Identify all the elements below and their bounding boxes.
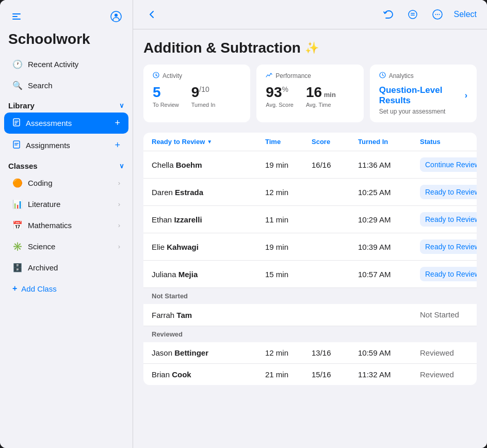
- sidebar-item-mathematics[interactable]: 📅 Mathematics ›: [4, 215, 128, 235]
- library-label: Library: [8, 101, 35, 110]
- status-badge-ready[interactable]: Ready to Review ›: [420, 267, 477, 281]
- svg-point-4: [115, 14, 118, 17]
- add-assignment-button[interactable]: +: [115, 140, 120, 151]
- turned-in-label: Turned In: [191, 102, 216, 108]
- science-icon: ✳️: [12, 242, 23, 251]
- svg-rect-10: [14, 143, 19, 144]
- sidebar-item-assignments[interactable]: Assignments +: [4, 135, 128, 156]
- add-class-button[interactable]: + Add Class: [4, 279, 128, 298]
- archived-label: Archived: [28, 263, 58, 272]
- sort-icon: ▼: [207, 139, 212, 145]
- student-name: Elie Kahwagi: [152, 243, 265, 251]
- svg-rect-11: [14, 145, 18, 146]
- page-title-text: Addition & Subtraction: [143, 40, 301, 56]
- cell-score: 15/16: [312, 370, 358, 379]
- status-badge-continue[interactable]: Continue Reviewing ›: [420, 157, 477, 172]
- cell-status[interactable]: Continue Reviewing ›: [420, 157, 477, 172]
- science-label: Science: [28, 242, 55, 251]
- svg-point-16: [435, 14, 436, 15]
- performance-card-icon: [266, 72, 272, 80]
- coding-icon: 🟠: [12, 178, 23, 188]
- cell-turned-in: 10:59 AM: [358, 348, 420, 357]
- library-chevron-icon: ∨: [119, 102, 124, 109]
- analytics-card-header: Analytics: [379, 72, 467, 80]
- sidebar-item-search[interactable]: 🔍 Search: [4, 75, 128, 95]
- assignments-icon: [12, 140, 21, 151]
- cell-time: 12 min: [265, 188, 312, 197]
- reviewed-status[interactable]: Reviewed ›: [420, 348, 477, 357]
- table-row[interactable]: Elie Kahwagi 19 min 10:39 AM Ready to Re…: [143, 233, 477, 261]
- status-badge-ready[interactable]: Ready to Review ›: [420, 212, 477, 227]
- to-review-metric: 5 To Review: [153, 85, 179, 108]
- cell-turned-in: 10:29 AM: [358, 215, 420, 224]
- toolbar: Select: [133, 0, 487, 29]
- table-row[interactable]: Brian Cook 21 min 15/16 11:32 AM Reviewe…: [143, 364, 477, 385]
- student-name: Juliana Mejia: [152, 270, 265, 279]
- sidebar-item-archived[interactable]: 🗄️ Archived: [4, 258, 128, 278]
- recent-activity-icon: 🕐: [12, 59, 23, 69]
- sidebar-toggle-button[interactable]: [8, 8, 25, 25]
- page-title: Addition & Subtraction ✨: [143, 40, 477, 56]
- col-score: Score: [312, 138, 358, 146]
- table-row[interactable]: Juliana Mejia 15 min 10:57 AM Ready to R…: [143, 261, 477, 288]
- cell-status[interactable]: Reviewed ›: [420, 370, 477, 379]
- turned-in-value: 9/10: [191, 85, 216, 100]
- svg-point-18: [439, 14, 440, 15]
- cell-status[interactable]: Ready to Review ›: [420, 212, 477, 227]
- reviewed-status[interactable]: Reviewed ›: [420, 370, 477, 379]
- col-time: Time: [265, 138, 312, 146]
- add-icon: +: [12, 284, 17, 293]
- mathematics-icon: 📅: [12, 220, 23, 230]
- main-layout: Schoolwork 🕐 Recent Activity 🔍 Search Li…: [0, 0, 487, 448]
- avg-score-label: Avg. Score: [266, 102, 294, 108]
- table-row[interactable]: Daren Estrada 12 min 10:25 AM Ready to R…: [143, 179, 477, 206]
- student-name: Chella Boehm: [152, 161, 265, 169]
- sidebar-item-literature[interactable]: 📊 Literature ›: [4, 194, 128, 214]
- undo-button[interactable]: [380, 6, 396, 23]
- cell-status[interactable]: Ready to Review ›: [420, 185, 477, 199]
- sidebar-item-science[interactable]: ✳️ Science ›: [4, 236, 128, 257]
- cell-status[interactable]: Ready to Review ›: [420, 267, 477, 281]
- table-header: Ready to Review ▼ Time Score Turned In S…: [143, 133, 477, 151]
- add-assessment-button[interactable]: +: [115, 118, 120, 129]
- activity-card: Activity 5 To Review 9/10 Tur: [143, 65, 250, 122]
- sidebar-item-recent-activity[interactable]: 🕐 Recent Activity: [4, 54, 128, 74]
- performance-card: Performance 93% Avg. Score: [256, 65, 363, 122]
- student-name: Daren Estrada: [152, 188, 265, 197]
- sidebar-item-coding[interactable]: 🟠 Coding ›: [4, 173, 128, 193]
- col-ready-to-review[interactable]: Ready to Review ▼: [152, 138, 265, 146]
- cell-turned-in: 10:57 AM: [358, 270, 420, 279]
- toolbar-left: [143, 6, 160, 23]
- assessments-label: Assessments: [26, 119, 72, 127]
- select-button[interactable]: Select: [454, 10, 477, 19]
- analytics-title: Question-Level Results ›: [379, 85, 467, 106]
- not-started-status: Not Started: [420, 310, 459, 319]
- profile-button[interactable]: [108, 8, 124, 25]
- more-options-button[interactable]: [429, 6, 446, 23]
- table-row[interactable]: Farrah Tam Not Started: [143, 304, 477, 326]
- student-name: Brian Cook: [152, 370, 265, 379]
- status-badge-ready[interactable]: Ready to Review ›: [420, 185, 477, 199]
- performance-metrics: 93% Avg. Score 16 min Avg. Time: [266, 85, 354, 108]
- coding-label: Coding: [28, 179, 53, 187]
- sidebar-item-assessments[interactable]: Assessments +: [4, 113, 128, 134]
- cell-turned-in: 11:36 AM: [358, 161, 420, 169]
- svg-point-12: [409, 10, 417, 19]
- main-content: Select Addition & Subtraction ✨: [133, 0, 487, 448]
- back-button[interactable]: [143, 6, 160, 23]
- cell-status[interactable]: Reviewed ›: [420, 348, 477, 357]
- analytics-card[interactable]: Analytics Question-Level Results › Set u…: [370, 65, 477, 122]
- svg-rect-2: [12, 19, 21, 20]
- cell-status[interactable]: Ready to Review ›: [420, 239, 477, 254]
- avg-time-value: 16 min: [306, 85, 336, 100]
- search-label: Search: [28, 81, 53, 90]
- student-name: Jason Bettinger: [152, 348, 265, 357]
- table-row[interactable]: Chella Boehm 19 min 16/16 11:36 AM Conti…: [143, 151, 477, 179]
- table-row[interactable]: Jason Bettinger 12 min 13/16 10:59 AM Re…: [143, 342, 477, 364]
- status-badge-ready[interactable]: Ready to Review ›: [420, 239, 477, 254]
- content-area: Addition & Subtraction ✨: [133, 29, 487, 448]
- svg-rect-1: [12, 16, 18, 17]
- table-row[interactable]: Ethan Izzarelli 11 min 10:29 AM Ready to…: [143, 206, 477, 233]
- list-menu-button[interactable]: [404, 6, 421, 23]
- student-name: Ethan Izzarelli: [152, 215, 265, 224]
